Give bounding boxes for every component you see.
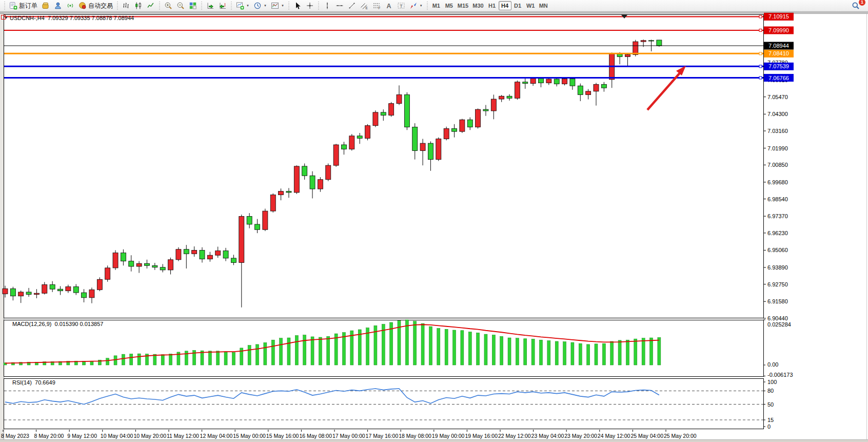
notification-badge: 1 <box>859 0 865 6</box>
svg-text:7.07539: 7.07539 <box>768 63 789 69</box>
svg-text:17 May 00:00: 17 May 00:00 <box>332 433 365 439</box>
svg-text:6.93890: 6.93890 <box>767 264 788 271</box>
toolbar-buttons: 新订单自动交易▼▼▼EFAT▼M1M5M15M30H1H4D1W1MN <box>2 1 550 11</box>
timeframe-h4-button[interactable]: H4 <box>499 1 511 10</box>
chart-candles-icon <box>134 2 143 10</box>
fibonacci-button[interactable]: F <box>370 1 383 11</box>
svg-text:19 May 16:00: 19 May 16:00 <box>465 433 498 439</box>
trendline-button[interactable] <box>346 1 358 11</box>
svg-text:6.91580: 6.91580 <box>767 298 788 304</box>
chart-window: 7.077807.066107.054707.043007.031607.019… <box>0 12 868 442</box>
templates-button[interactable]: ▼ <box>269 1 286 11</box>
crosshair-button[interactable] <box>304 1 316 11</box>
svg-text:18 May 08:00: 18 May 08:00 <box>399 433 431 439</box>
svg-text:100: 100 <box>767 379 777 385</box>
symbol-name: USDCNH-,H4 <box>10 15 45 21</box>
fibonacci-icon: F <box>372 2 381 10</box>
macd-indicator-label: MACD(12,26,9) 0.015390 0.013857 <box>12 321 103 327</box>
cube-icon <box>42 2 50 10</box>
svg-text:22 May 12:00: 22 May 12:00 <box>498 433 531 439</box>
chevron-down-icon: ▼ <box>281 4 284 7</box>
timeframe-m5-button[interactable]: M5 <box>443 1 456 10</box>
toolbar-group-separator <box>116 2 119 10</box>
new-order-button[interactable]: 新订单 <box>7 1 40 11</box>
periods-icon <box>253 2 262 10</box>
candlestick-chart-button[interactable] <box>132 1 145 11</box>
zoom-out-icon <box>176 2 185 10</box>
rsi-name: RSI(14) <box>12 379 32 386</box>
indicators-button[interactable]: ▼ <box>234 1 251 11</box>
svg-text:7.01990: 7.01990 <box>767 145 788 151</box>
auto-trading-button[interactable]: 自动交易 <box>76 1 115 11</box>
timeframe-m15-button[interactable]: M15 <box>456 1 470 10</box>
svg-text:10 May 04:00: 10 May 04:00 <box>101 433 133 439</box>
timeframe-mn-button[interactable]: MN <box>537 1 550 10</box>
new-order-icon <box>9 2 17 10</box>
svg-text:25 May 04:00: 25 May 04:00 <box>630 433 663 439</box>
zoom-out-button[interactable] <box>174 1 187 11</box>
svg-text:6.98540: 6.98540 <box>767 196 788 202</box>
bar-chart-button[interactable] <box>120 1 132 11</box>
svg-text:7.06766: 7.06766 <box>768 75 789 81</box>
trendline-icon <box>348 2 356 10</box>
toolbar-group-separator <box>200 2 203 10</box>
chart-cube-button[interactable] <box>40 1 52 11</box>
text-a-icon: A <box>385 2 393 10</box>
timeframe-m1-button[interactable]: M1 <box>430 1 443 10</box>
svg-text:7.08410: 7.08410 <box>768 50 789 56</box>
svg-text:6.99680: 6.99680 <box>767 179 788 185</box>
svg-text:6.92750: 6.92750 <box>767 281 788 287</box>
vline-icon <box>323 2 331 10</box>
text-label-button[interactable]: T <box>395 1 407 11</box>
symbol-ohlc: 7.09329 7.09335 7.08878 7.08944 <box>48 15 134 21</box>
channel-icon: E <box>360 2 368 10</box>
svg-text:7.10915: 7.10915 <box>768 13 789 20</box>
svg-text:F: F <box>378 6 380 10</box>
timeframe-h1-button[interactable]: H1 <box>486 1 499 10</box>
profile-button[interactable] <box>52 1 64 11</box>
cursor-button[interactable] <box>291 1 304 11</box>
svg-text:E: E <box>365 6 368 10</box>
timeframe-d1-button[interactable]: D1 <box>511 1 524 10</box>
svg-text:17 May 16:00: 17 May 16:00 <box>366 433 399 439</box>
svg-text:-0.006173: -0.006173 <box>767 372 793 378</box>
text-button[interactable]: A <box>383 1 395 11</box>
svg-text:6.97370: 6.97370 <box>767 213 788 219</box>
chart-bars-icon <box>122 2 130 10</box>
horizontal-line-button[interactable] <box>333 1 346 11</box>
svg-text:8 May 20:00: 8 May 20:00 <box>34 433 64 439</box>
timeframe-w1-button[interactable]: W1 <box>524 1 537 10</box>
svg-text:6.90440: 6.90440 <box>767 315 788 321</box>
arrows-button[interactable]: ▼ <box>407 1 425 11</box>
svg-text:6.96230: 6.96230 <box>767 230 788 236</box>
svg-text:10 May 20:00: 10 May 20:00 <box>133 433 166 439</box>
tile-windows-button[interactable] <box>187 1 199 11</box>
svg-text:6.95060: 6.95060 <box>767 247 788 253</box>
chart-shift-icon <box>219 2 227 10</box>
crosshair-icon <box>306 2 314 10</box>
svg-text:0.025284: 0.025284 <box>767 321 791 328</box>
timeframe-m30-button[interactable]: M30 <box>470 1 485 10</box>
template-icon <box>271 2 279 10</box>
vertical-line-button[interactable] <box>321 1 333 11</box>
svg-text:9 May 12:00: 9 May 12:00 <box>67 433 97 439</box>
chart-title: USDCNH-,H4 7.09329 7.09335 7.08878 7.089… <box>10 15 134 21</box>
chart-canvas[interactable]: 7.077807.066107.054707.043007.031607.019… <box>0 13 868 442</box>
chevron-down-icon: ▼ <box>420 4 423 7</box>
symbol-dropdown-icon[interactable]: ▼ <box>4 15 8 20</box>
toolbar-group-separator <box>158 2 161 10</box>
auto-trading-button-label: 自动交易 <box>88 2 113 10</box>
periods-button[interactable]: ▼ <box>251 1 269 11</box>
chart-shift-button[interactable] <box>216 1 229 11</box>
svg-text:0.00: 0.00 <box>767 361 778 368</box>
auto-scroll-button[interactable] <box>204 1 216 11</box>
zoom-in-button[interactable] <box>162 1 174 11</box>
macd-name: MACD(12,26,9) <box>12 321 51 327</box>
signal-button[interactable] <box>64 1 76 11</box>
svg-text:15 May 00:00: 15 May 00:00 <box>233 433 266 439</box>
text-label-icon: T <box>397 2 405 10</box>
mt4-window: 新订单自动交易▼▼▼EFAT▼M1M5M15M30H1H4D1W1MN 1 7.… <box>0 0 868 442</box>
line-chart-button[interactable] <box>145 1 157 11</box>
equidistant-channel-button[interactable]: E <box>358 1 370 11</box>
chart-line-icon <box>147 2 155 10</box>
